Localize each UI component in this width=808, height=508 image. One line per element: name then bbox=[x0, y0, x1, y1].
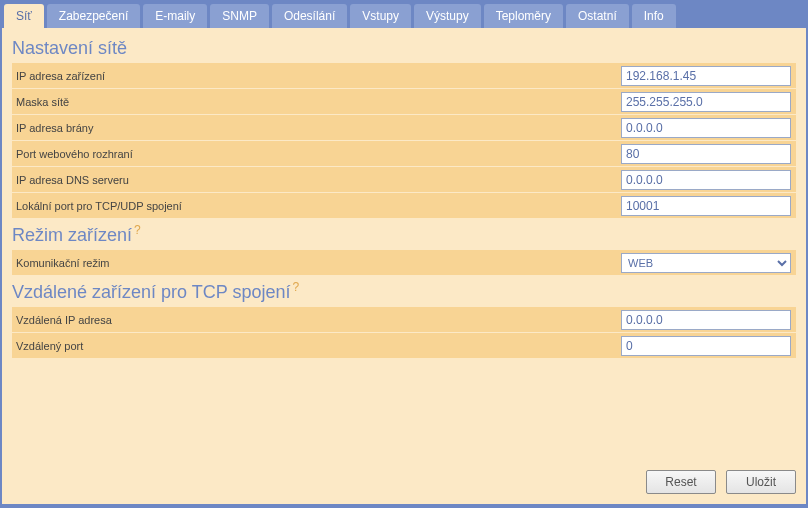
input-ip-device[interactable] bbox=[621, 66, 791, 86]
row-remote-port: Vzdálený port bbox=[12, 333, 796, 358]
input-netmask[interactable] bbox=[621, 92, 791, 112]
tab-label: Ostatní bbox=[578, 9, 617, 23]
label-dns: IP adresa DNS serveru bbox=[12, 174, 621, 186]
control-remote-ip bbox=[621, 310, 796, 330]
help-icon[interactable]: ? bbox=[293, 280, 300, 294]
row-localport: Lokální port pro TCP/UDP spojení bbox=[12, 193, 796, 218]
row-gateway: IP adresa brány bbox=[12, 115, 796, 140]
input-webport[interactable] bbox=[621, 144, 791, 164]
control-netmask bbox=[621, 92, 796, 112]
control-dns bbox=[621, 170, 796, 190]
tab-label: Síť bbox=[16, 9, 32, 23]
control-remote-port bbox=[621, 336, 796, 356]
control-webport bbox=[621, 144, 796, 164]
input-gateway[interactable] bbox=[621, 118, 791, 138]
rows-mode: Komunikační režimWEB bbox=[12, 250, 796, 275]
label-netmask: Maska sítě bbox=[12, 96, 621, 108]
section-title-remote: Vzdálené zařízení pro TCP spojení bbox=[12, 282, 291, 302]
tab-label: Odesílání bbox=[284, 9, 335, 23]
input-localport[interactable] bbox=[621, 196, 791, 216]
label-comm-mode: Komunikační režim bbox=[12, 257, 621, 269]
label-ip-device: IP adresa zařízení bbox=[12, 70, 621, 82]
tab-sit[interactable]: Síť bbox=[4, 4, 44, 28]
input-remote-port[interactable] bbox=[621, 336, 791, 356]
tab-info[interactable]: Info bbox=[632, 4, 676, 28]
help-icon[interactable]: ? bbox=[134, 223, 141, 237]
tab-label: SNMP bbox=[222, 9, 257, 23]
section-header-network: Nastavení sítě bbox=[12, 34, 796, 63]
tab-odesilani[interactable]: Odesílání bbox=[272, 4, 347, 28]
tab-vstupy[interactable]: Vstupy bbox=[350, 4, 411, 28]
section-title-network: Nastavení sítě bbox=[12, 38, 127, 58]
tab-label: Teploměry bbox=[496, 9, 551, 23]
reset-button[interactable]: Reset bbox=[646, 470, 716, 494]
row-remote-ip: Vzdálená IP adresa bbox=[12, 307, 796, 332]
rows-remote: Vzdálená IP adresaVzdálený port bbox=[12, 307, 796, 358]
row-netmask: Maska sítě bbox=[12, 89, 796, 114]
section-title-mode: Režim zařízení bbox=[12, 225, 132, 245]
tab-label: Info bbox=[644, 9, 664, 23]
input-remote-ip[interactable] bbox=[621, 310, 791, 330]
control-comm-mode: WEB bbox=[621, 253, 796, 273]
label-gateway: IP adresa brány bbox=[12, 122, 621, 134]
label-webport: Port webového rozhraní bbox=[12, 148, 621, 160]
row-ip-device: IP adresa zařízení bbox=[12, 63, 796, 88]
label-remote-ip: Vzdálená IP adresa bbox=[12, 314, 621, 326]
label-localport: Lokální port pro TCP/UDP spojení bbox=[12, 200, 621, 212]
rows-network: IP adresa zařízeníMaska sítěIP adresa br… bbox=[12, 63, 796, 218]
row-comm-mode: Komunikační režimWEB bbox=[12, 250, 796, 275]
row-dns: IP adresa DNS serveru bbox=[12, 167, 796, 192]
tab-emaily[interactable]: E-maily bbox=[143, 4, 207, 28]
tab-vystupy[interactable]: Výstupy bbox=[414, 4, 481, 28]
settings-panel: Nastavení sítě IP adresa zařízeníMaska s… bbox=[2, 28, 806, 504]
save-button[interactable]: Uložit bbox=[726, 470, 796, 494]
tab-label: Výstupy bbox=[426, 9, 469, 23]
tab-label: Zabezpečení bbox=[59, 9, 128, 23]
tab-label: Vstupy bbox=[362, 9, 399, 23]
input-dns[interactable] bbox=[621, 170, 791, 190]
select-comm-mode[interactable]: WEB bbox=[621, 253, 791, 273]
section-header-remote: Vzdálené zařízení pro TCP spojení? bbox=[12, 276, 796, 307]
control-ip-device bbox=[621, 66, 796, 86]
tab-label: E-maily bbox=[155, 9, 195, 23]
row-webport: Port webového rozhraní bbox=[12, 141, 796, 166]
tab-bar: SíťZabezpečeníE-mailySNMPOdesíláníVstupy… bbox=[2, 2, 806, 28]
label-remote-port: Vzdálený port bbox=[12, 340, 621, 352]
tab-zabezpeceni[interactable]: Zabezpečení bbox=[47, 4, 140, 28]
control-localport bbox=[621, 196, 796, 216]
control-gateway bbox=[621, 118, 796, 138]
window-frame: SíťZabezpečeníE-mailySNMPOdesíláníVstupy… bbox=[0, 0, 808, 508]
section-header-mode: Režim zařízení? bbox=[12, 219, 796, 250]
tab-ostatni[interactable]: Ostatní bbox=[566, 4, 629, 28]
footer-buttons: Reset Uložit bbox=[646, 470, 796, 494]
tab-teplomery[interactable]: Teploměry bbox=[484, 4, 563, 28]
tab-snmp[interactable]: SNMP bbox=[210, 4, 269, 28]
